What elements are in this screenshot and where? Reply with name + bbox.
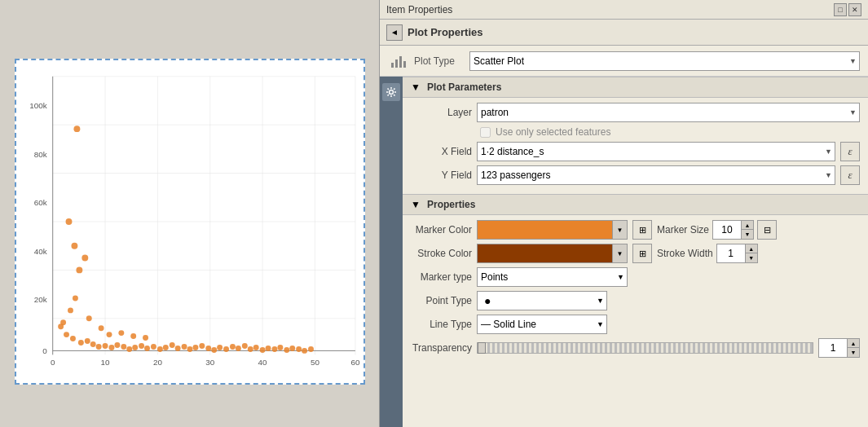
marker-color-dropdown[interactable]: ▼ [613,220,628,240]
selected-features-checkbox [480,127,491,138]
line-type-label: Line Type [411,319,472,330]
stroke-width-label: Stroke Width [657,248,713,259]
svg-point-57 [199,343,205,349]
svg-text:0: 0 [50,358,55,367]
point-type-select[interactable]: ● ○ ▲ □ [477,291,607,310]
stroke-color-wrapper: ▼ [477,244,628,263]
layer-select[interactable]: patron [477,103,860,122]
svg-point-81 [106,332,112,337]
stroke-width-spinner-btns: ▲ ▼ [746,244,758,263]
stroke-color-dropdown[interactable]: ▼ [613,244,628,263]
settings-icon[interactable] [382,83,400,101]
svg-point-55 [187,346,192,352]
marker-type-select[interactable]: Points Lines Both [477,267,628,287]
svg-point-66 [253,345,258,350]
svg-text:40k: 40k [33,247,46,256]
stroke-width-input[interactable] [716,244,746,263]
y-field-select[interactable]: 123 passengers [477,165,835,185]
marker-size-down[interactable]: ▼ [742,230,753,239]
transparency-input[interactable] [818,338,848,358]
properties-header[interactable]: ▼ Properties [403,194,868,215]
svg-point-79 [86,315,91,321]
svg-point-73 [296,346,302,352]
close-btn[interactable]: ✕ [848,3,861,16]
svg-point-52 [169,342,174,348]
stroke-color-copy-btn[interactable]: ⊞ [632,244,652,263]
transparency-slider[interactable] [477,342,813,354]
svg-point-59 [211,347,217,353]
marker-color-copy-btn[interactable]: ⊞ [632,220,652,240]
content-area: ▼ Plot Parameters Layer patron ▼ [403,77,868,427]
svg-rect-88 [403,61,406,68]
marker-size-spinner: ▲ ▼ [712,220,754,240]
svg-point-32 [82,255,88,262]
marker-size-label: Marker Size [657,224,709,236]
svg-rect-87 [399,56,402,68]
svg-point-63 [235,346,240,351]
svg-text:20: 20 [152,358,161,367]
point-type-label: Point Type [411,295,472,306]
point-type-wrapper: ● ○ ▲ □ ▼ [477,291,607,310]
svg-point-45 [126,346,132,352]
layer-label: Layer [411,107,472,118]
back-button[interactable]: ◄ [386,24,403,41]
marker-size-spinner-btns: ▲ ▼ [742,220,754,240]
svg-point-36 [69,336,75,341]
left-panel: 0 20k 40k 60k 80k 100k 0 10 20 30 40 50 … [0,0,379,427]
svg-point-58 [205,346,211,351]
plot-parameters-header[interactable]: ▼ Plot Parameters [403,77,868,98]
svg-point-54 [181,344,187,350]
svg-point-46 [132,345,138,350]
stroke-color-row: Stroke Color ▼ ⊞ Stroke Width ▲ ▼ [411,244,860,263]
svg-text:10: 10 [100,358,109,367]
svg-point-62 [230,344,236,350]
svg-point-39 [90,341,95,347]
transparency-up[interactable]: ▲ [848,339,859,348]
marker-color-wrapper: ▼ [477,220,628,240]
layer-select-wrapper: patron ▼ [477,103,860,122]
line-type-select[interactable]: — Solid Line - - Dashed ... Dotted [477,315,607,334]
svg-point-82 [118,330,124,336]
svg-text:20k: 20k [33,295,46,304]
svg-point-44 [121,344,126,350]
stroke-width-down[interactable]: ▼ [746,253,757,262]
layer-row: Layer patron ▼ [411,103,860,122]
transparency-down[interactable]: ▼ [848,348,859,357]
minimize-btn[interactable]: □ [834,3,847,16]
x-field-epsilon-btn[interactable]: ε [840,142,860,161]
x-field-row: X Field 1·2 distance_s ▼ ε [411,142,860,161]
plot-properties-title: Plot Properties [408,26,482,38]
marker-color-swatch[interactable] [477,220,613,240]
x-field-select[interactable]: 1·2 distance_s [477,142,835,161]
marker-size-input[interactable] [712,220,742,240]
stroke-width-group: Stroke Width ▲ ▼ [657,244,758,263]
stroke-color-label: Stroke Color [411,248,472,259]
svg-point-75 [308,346,314,352]
plot-type-select[interactable]: Scatter Plot [469,51,860,71]
stroke-width-spinner: ▲ ▼ [716,244,758,263]
marker-size-up[interactable]: ▲ [742,221,753,230]
marker-size-paste-btn[interactable]: ⊟ [757,220,777,240]
svg-point-70 [277,345,283,350]
svg-point-61 [223,346,229,352]
svg-point-49 [150,344,156,350]
plot-properties-bar: ◄ Plot Properties [380,20,868,46]
svg-point-43 [114,342,120,348]
transparency-spinner: ▲ ▼ [818,338,860,358]
item-properties-header: Item Properties □ ✕ [380,0,868,20]
svg-rect-86 [395,59,398,68]
properties-title: Properties [427,199,475,210]
y-field-epsilon-btn[interactable]: ε [840,165,860,185]
main-content: ▼ Plot Parameters Layer patron ▼ [380,77,868,427]
properties-content: Marker Color ▼ ⊞ Marker Size ▲ ▼ [403,215,868,367]
svg-point-31 [71,243,77,249]
svg-point-68 [265,346,271,351]
svg-point-30 [65,218,72,225]
svg-point-53 [174,346,180,351]
header-buttons: □ ✕ [834,3,861,16]
svg-point-78 [60,319,66,325]
svg-point-51 [162,345,168,350]
stroke-color-swatch[interactable] [477,244,613,263]
plot-type-row: Plot Type Scatter Plot ▼ [380,46,868,77]
stroke-width-up[interactable]: ▲ [746,244,757,253]
